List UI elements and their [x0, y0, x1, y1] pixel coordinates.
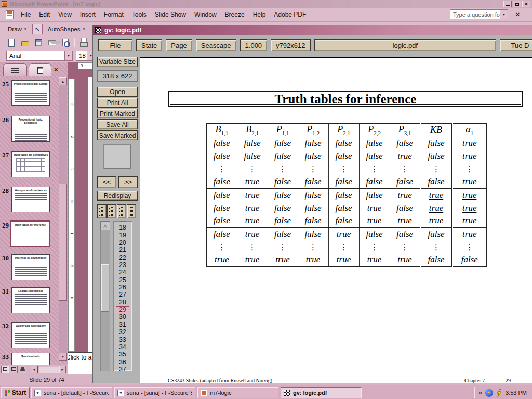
close-button[interactable]: × [522, 1, 530, 7]
page-number-25[interactable]: 25 [113, 276, 132, 284]
scrollbar-thumb[interactable] [101, 264, 109, 312]
slides-panel-scrollbar[interactable]: ▲ ▼ [59, 77, 67, 361]
page-number-29[interactable]: 29 [116, 306, 129, 313]
panel-close-icon[interactable]: × [54, 65, 58, 73]
slideshow-view-button[interactable] [19, 366, 26, 373]
page-number-24[interactable]: 24 [113, 269, 132, 276]
scroll-left-icon[interactable]: ◄ [31, 366, 37, 373]
redisplay-button[interactable]: Redisplay [97, 191, 138, 201]
help-search-box[interactable]: Type a question for help ▼ [450, 9, 508, 19]
print-button[interactable] [78, 37, 89, 48]
variable-size-button[interactable]: Variable Size [97, 57, 138, 67]
tray-expand-icon[interactable]: « [478, 389, 482, 396]
menu-adobe-pdf[interactable]: Adobe PDF [270, 9, 310, 20]
chevron-down-icon[interactable]: ▼ [500, 10, 508, 19]
gv-file-button[interactable]: File [98, 39, 132, 51]
menu-tools[interactable]: Tools [128, 9, 151, 20]
page-number-20[interactable]: 20 [113, 239, 132, 246]
slide-thumbnail-30[interactable]: Inference by enumeration [11, 254, 50, 280]
gv-titlebar[interactable]: gv: logic.pdf [93, 25, 532, 35]
mark-pages-button-2[interactable] [107, 204, 116, 218]
toolbar-grip[interactable] [2, 24, 3, 34]
previous-page-button[interactable]: << [97, 176, 116, 188]
menu-help[interactable]: Help [249, 9, 270, 20]
menu-slide-show[interactable]: Slide Show [151, 9, 190, 20]
start-button[interactable]: Start [1, 387, 30, 398]
page-number-18[interactable]: 18 [113, 224, 132, 231]
mark-pages-button-4[interactable] [127, 204, 136, 218]
horizontal-scrollbar[interactable]: ◄ ► [31, 366, 66, 373]
open-button[interactable]: Open [97, 87, 138, 97]
presentation-icon[interactable] [6, 10, 14, 19]
menu-file[interactable]: File [17, 9, 35, 20]
page-number-34[interactable]: 34 [113, 343, 132, 351]
page-number-37[interactable]: 37 [113, 366, 132, 371]
page-number-26[interactable]: 26 [113, 284, 132, 291]
print-marked-button[interactable]: Print Marked [97, 109, 138, 118]
slide-thumbnail-27[interactable]: Truth tables for connectives [11, 151, 50, 177]
slide-sorter-view-button[interactable] [10, 366, 18, 373]
toolbar-grip[interactable] [2, 10, 3, 19]
gv-y792x612-button[interactable]: y792x612 [271, 39, 310, 51]
normal-view-button[interactable] [1, 366, 9, 373]
tab-outline[interactable] [3, 63, 27, 76]
font-name-combo[interactable]: Arial ▼ [6, 51, 73, 61]
slide-thumbnail-25[interactable]: Propositional logic: Syntax [11, 80, 50, 106]
menu-window[interactable]: Window [190, 9, 221, 20]
scroll-up-icon[interactable]: ▲ [59, 77, 67, 85]
page-number-23[interactable]: 23 [113, 261, 132, 269]
page-number-31[interactable]: 31 [113, 321, 132, 328]
page-number-35[interactable]: 35 [113, 351, 132, 358]
task-button-m7-logic[interactable]: m7-logic [197, 387, 278, 398]
gv-filename-field[interactable]: logic.pdf [314, 39, 497, 51]
gv-date-button[interactable]: Tue D [500, 39, 532, 51]
search-button[interactable] [60, 37, 71, 48]
menu-view[interactable]: View [54, 9, 76, 20]
toolbar-grip[interactable] [2, 51, 3, 60]
open-button[interactable] [20, 37, 30, 48]
gv-page-scrollbar[interactable]: △ [100, 221, 110, 371]
fsecure-tray-icon[interactable] [485, 389, 493, 397]
save-marked-button[interactable]: Save Marked [97, 130, 138, 140]
page-number-32[interactable]: 32 [113, 328, 132, 336]
task-button-suna-suna-f-secure-s-[interactable]: suna - [suna] - F-Secure S... [114, 387, 195, 398]
task-button-gv-logic-pdf[interactable]: gv: logic.pdf [281, 387, 362, 398]
autoshapes-menu-button[interactable]: AutoShapes ▼ [45, 24, 89, 34]
gv-seascape-button[interactable]: Seascape [196, 39, 236, 51]
page-number-30[interactable]: 30 [113, 313, 132, 321]
slide-thumbnail-26[interactable]: Propositional logic: Semantics [11, 116, 50, 142]
task-button-suna-default-f-secure-[interactable]: suna - [default] - F-Secure... [31, 387, 112, 398]
tab-slides[interactable] [29, 63, 51, 76]
toolbar-close-icon[interactable]: × [515, 10, 520, 18]
next-page-button[interactable]: >> [118, 176, 138, 188]
toolbar-grip[interactable] [2, 38, 3, 47]
page-locator[interactable] [103, 144, 131, 169]
mark-pages-button-1[interactable] [97, 204, 107, 218]
slide-thumbnail-31[interactable]: Logical equivalence [11, 287, 50, 313]
slide-thumbnail-33[interactable]: Proof methods [11, 353, 50, 365]
save-all-button[interactable]: Save All [97, 119, 138, 129]
print-all-button[interactable]: Print All [97, 98, 138, 108]
scrollbar-track[interactable] [37, 366, 59, 373]
select-pointer-button[interactable]: ↖ [32, 24, 43, 34]
scroll-right-icon[interactable]: ► [59, 366, 66, 373]
mark-pages-button-3[interactable] [117, 204, 126, 218]
pdf-page[interactable]: Truth tables for inference B1,1B2,1P1,1P… [140, 57, 532, 383]
menu-format[interactable]: Format [100, 9, 128, 20]
scroll-up-icon[interactable]: △ [100, 221, 110, 230]
gv-state-button[interactable]: State [136, 39, 162, 51]
minimize-button[interactable] [503, 1, 512, 7]
gv-1-000-button[interactable]: 1.000 [240, 39, 268, 51]
save-button[interactable] [33, 37, 44, 48]
page-number-28[interactable]: 28 [113, 299, 132, 306]
page-number-36[interactable]: 36 [113, 358, 132, 366]
new-document-button[interactable] [6, 37, 17, 48]
page-number-33[interactable]: 33 [113, 336, 132, 343]
page-number-22[interactable]: 22 [113, 254, 132, 261]
scrollbar-thumb[interactable] [59, 184, 67, 301]
menu-edit[interactable]: Edit [35, 9, 54, 20]
menu-insert[interactable]: Insert [76, 9, 100, 20]
slide-thumbnail-32[interactable]: Validity and satisfiability [11, 322, 50, 348]
scroll-down-icon[interactable]: ▼ [59, 353, 67, 361]
gv-page-button[interactable]: Page [166, 39, 192, 51]
